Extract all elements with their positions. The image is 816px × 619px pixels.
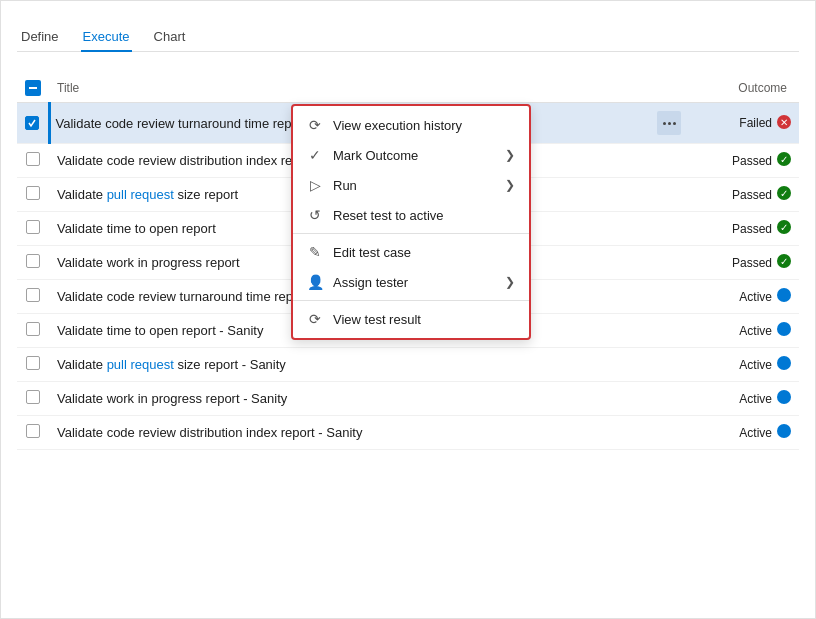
menu-item-edit[interactable]: ✎ Edit test case [293, 237, 529, 267]
outcome-icon [777, 356, 791, 373]
outcome-badge: Active [739, 322, 791, 339]
outcome-label: Active [739, 392, 772, 406]
row-checkbox[interactable] [26, 254, 40, 268]
outcome-badge: Active [739, 390, 791, 407]
outcome-label: Active [739, 290, 772, 304]
header-outcome: Outcome [689, 74, 799, 103]
row-outcome-cell: Passed ✓ [689, 212, 799, 246]
row-outcome-cell: Active [689, 348, 799, 382]
outcome-badge: Active [739, 356, 791, 373]
menu-label-view-history: View execution history [333, 118, 515, 133]
run-arrow: ❯ [505, 178, 515, 192]
svg-text:✓: ✓ [780, 256, 788, 267]
outcome-badge: Failed ✕ [739, 115, 791, 132]
menu-item-assign[interactable]: 👤 Assign tester ❯ [293, 267, 529, 297]
row-outcome-cell: Passed ✓ [689, 178, 799, 212]
title-link[interactable]: pull request [107, 357, 174, 372]
row-checkbox[interactable] [26, 186, 40, 200]
row-checkbox-cell [17, 246, 49, 280]
tab-chart[interactable]: Chart [152, 23, 188, 52]
history-icon: ⟳ [307, 117, 323, 133]
row-outcome-cell: Active [689, 280, 799, 314]
outcome-badge: Active [739, 424, 791, 441]
title-link[interactable]: pull request [107, 187, 174, 202]
menu-item-run[interactable]: ▷ Run ❯ [293, 170, 529, 200]
menu-label-edit: Edit test case [333, 245, 515, 260]
row-outcome-cell: Failed ✕ [689, 103, 799, 144]
outcome-badge: Passed ✓ [732, 254, 791, 271]
row-outcome-cell: Active [689, 382, 799, 416]
outcome-label: Active [739, 426, 772, 440]
svg-text:✓: ✓ [780, 154, 788, 165]
row-checkbox[interactable] [26, 390, 40, 404]
outcome-label: Passed [732, 154, 772, 168]
outcome-icon: ✓ [777, 254, 791, 271]
row-actions-cell [649, 314, 689, 348]
table-container: Title Outcome Validate code review turna… [1, 74, 815, 450]
menu-item-view-result[interactable]: ⟳ View test result [293, 304, 529, 334]
svg-point-13 [777, 356, 791, 370]
outcome-badge: Passed ✓ [732, 152, 791, 169]
select-all-checkbox[interactable] [25, 80, 41, 96]
row-checkbox[interactable] [25, 116, 39, 130]
row-checkbox[interactable] [26, 356, 40, 370]
header-title: Title [49, 74, 649, 103]
svg-point-15 [777, 424, 791, 438]
row-checkbox[interactable] [26, 288, 40, 302]
row-checkbox-cell [17, 382, 49, 416]
dot [663, 122, 666, 125]
menu-item-mark-outcome[interactable]: ✓ Mark Outcome ❯ [293, 140, 529, 170]
person-icon: 👤 [307, 274, 323, 290]
outcome-badge: Passed ✓ [732, 186, 791, 203]
row-outcome-cell: Passed ✓ [689, 144, 799, 178]
row-checkbox[interactable] [26, 424, 40, 438]
row-checkbox-cell [17, 280, 49, 314]
outcome-icon [777, 322, 791, 339]
menu-label-view-result: View test result [333, 312, 515, 327]
menu-item-view-history[interactable]: ⟳ View execution history [293, 110, 529, 140]
row-more-button[interactable] [657, 111, 681, 135]
row-checkbox-cell [17, 212, 49, 246]
row-actions-cell [649, 382, 689, 416]
page-header: Define Execute Chart [1, 1, 815, 52]
outcome-icon [777, 390, 791, 407]
title-col-label: Title [57, 81, 79, 95]
outcome-label: Passed [732, 188, 772, 202]
row-actions-cell [649, 144, 689, 178]
row-checkbox-cell [17, 416, 49, 450]
row-checkbox-cell [17, 348, 49, 382]
tab-execute[interactable]: Execute [81, 23, 132, 52]
row-actions-cell [649, 348, 689, 382]
outcome-label: Passed [732, 256, 772, 270]
row-checkbox-cell [17, 314, 49, 348]
edit-icon: ✎ [307, 244, 323, 260]
outcome-badge: Active [739, 288, 791, 305]
section-title [1, 52, 815, 74]
row-checkbox-cell [17, 144, 49, 178]
row-checkbox[interactable] [26, 220, 40, 234]
row-actions-cell [649, 178, 689, 212]
table-row: Validate code review distribution index … [17, 416, 799, 450]
row-outcome-cell: Active [689, 416, 799, 450]
outcome-icon: ✓ [777, 220, 791, 237]
outcome-label: Passed [732, 222, 772, 236]
row-title: Validate pull request size report - Sani… [49, 348, 649, 382]
row-checkbox-cell [17, 178, 49, 212]
table-row: Validate work in progress report - Sanit… [17, 382, 799, 416]
tab-define[interactable]: Define [19, 23, 61, 52]
result-icon: ⟳ [307, 311, 323, 327]
row-actions-cell [649, 280, 689, 314]
outcome-label: Failed [739, 116, 772, 130]
svg-rect-0 [29, 87, 37, 89]
row-checkbox[interactable] [26, 152, 40, 166]
row-checkbox[interactable] [26, 322, 40, 336]
tabs: Define Execute Chart [17, 23, 799, 52]
menu-item-reset[interactable]: ↺ Reset test to active [293, 200, 529, 230]
outcome-icon: ✕ [777, 115, 791, 132]
row-actions-cell [649, 212, 689, 246]
outcome-badge: Passed ✓ [732, 220, 791, 237]
menu-label-reset: Reset test to active [333, 208, 515, 223]
svg-text:✕: ✕ [780, 117, 788, 128]
outcome-icon: ✓ [777, 152, 791, 169]
outcome-icon [777, 424, 791, 441]
